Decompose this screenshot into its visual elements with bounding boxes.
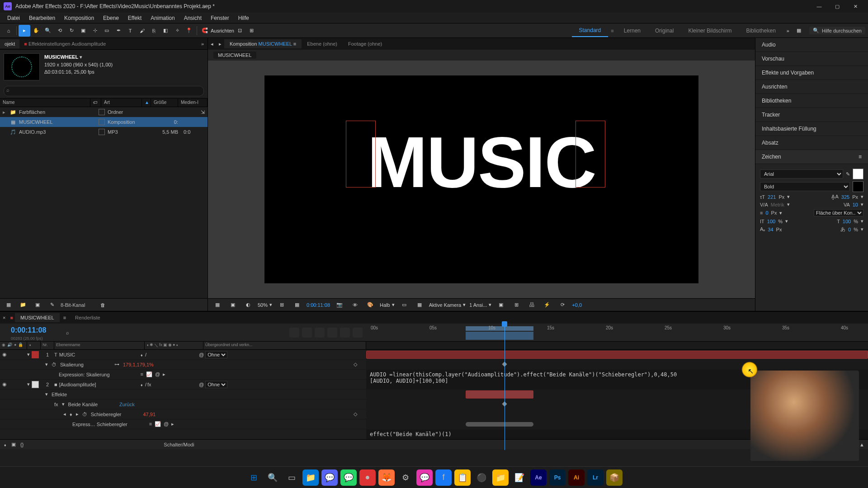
layer-music[interactable]: ◉ ▾ 1 TMUSIC ⬧/ @ Ohne — [0, 350, 366, 360]
clone-tool[interactable]: ⎘ — [148, 25, 160, 37]
menu-fenster[interactable]: Fenster — [206, 14, 234, 23]
lock-col-icon[interactable]: 🔒 — [18, 343, 23, 348]
layer-audioamplitude[interactable]: ◉ ▾ 2 ■[Audioamplitude] ⬧/fx @ Ohne — [0, 380, 366, 389]
col-type[interactable]: Art — [101, 99, 142, 107]
adjust-icon[interactable]: ✎ — [46, 299, 58, 311]
stroke-mode-dropdown[interactable]: Fläche über Kon... — [814, 209, 863, 216]
workspace-overflow[interactable]: » — [783, 28, 793, 33]
selection-tool[interactable]: ▸ — [19, 25, 30, 37]
camera-tool[interactable]: ▣ — [77, 25, 89, 37]
tl-close-icon[interactable]: × — [0, 315, 8, 320]
start-icon[interactable]: ⊞ — [245, 469, 262, 486]
timeline-timecode[interactable]: 0:00:11:08 — [5, 324, 52, 336]
snap-label[interactable]: Ausrichten — [211, 28, 234, 33]
new-folder-icon[interactable]: 📁 — [17, 299, 29, 311]
panel-ausrichten[interactable]: Ausrichten — [755, 80, 868, 94]
panel-absatz[interactable]: Absatz — [755, 136, 868, 150]
asset-folder[interactable]: ▸📁 Farbflächen Ordner ⇲ — [0, 107, 208, 117]
pickwhip-icon[interactable]: @ — [199, 382, 204, 387]
panel-inhalt[interactable]: Inhaltsbasierte Füllung — [755, 122, 868, 136]
close-button[interactable]: ✕ — [846, 0, 864, 13]
tl-btn1[interactable] — [289, 328, 299, 338]
col-label[interactable]: 🏷 — [90, 99, 101, 107]
menu-ebene[interactable]: Ebene — [99, 14, 123, 23]
keyframe-nav-icon[interactable]: ◇ — [354, 361, 357, 367]
constrain-icon[interactable]: ⊶ — [114, 361, 119, 367]
ai-icon[interactable]: Ai — [568, 469, 585, 486]
panel-vorschau[interactable]: Vorschau — [755, 52, 868, 66]
tsume[interactable]: 0 — [848, 227, 851, 232]
stroke-width[interactable]: 0 — [765, 210, 768, 216]
workspace-standard[interactable]: Standard — [572, 24, 609, 37]
obs-icon[interactable]: ⚫ — [473, 469, 490, 486]
shape-tool[interactable]: ▭ — [101, 25, 113, 37]
hand-tool[interactable]: ✋ — [30, 25, 42, 37]
expr-menu-icon[interactable]: ▸ — [171, 421, 174, 427]
stopwatch-icon[interactable]: ⏱ — [52, 362, 57, 367]
eyedropper-icon[interactable]: ✎ — [846, 171, 850, 177]
hscale[interactable]: 100 — [843, 219, 851, 224]
tl-btn6[interactable] — [353, 328, 363, 338]
expr-menu-icon[interactable]: ▸ — [163, 371, 165, 377]
playhead[interactable] — [505, 324, 505, 450]
leading[interactable]: 325 — [841, 194, 849, 200]
guides-icon[interactable]: ▦ — [291, 299, 303, 311]
messenger-icon[interactable]: 💬 — [416, 469, 433, 486]
font-family-dropdown[interactable]: Arial — [760, 169, 843, 178]
menu-hilfe[interactable]: Hilfe — [234, 14, 254, 23]
expr-graph-icon[interactable]: 📈 — [155, 421, 161, 427]
workspace-original[interactable]: Original — [648, 25, 681, 37]
zuruck-link[interactable]: Zurück — [119, 402, 135, 407]
eraser-tool[interactable]: ◧ — [160, 25, 171, 37]
expr-pickwhip-icon[interactable]: @ — [155, 371, 160, 377]
trash-icon[interactable]: 🗑 — [97, 299, 108, 311]
minimize-button[interactable]: — — [810, 0, 828, 13]
comp-nav-icon[interactable]: ◂ — [208, 41, 216, 47]
tl-btn3[interactable] — [315, 328, 325, 338]
camera-dropdown[interactable]: Aktive Kamera ▾ — [429, 302, 466, 308]
timeline-tab[interactable]: MUSICWHEEL — [15, 313, 60, 322]
exposure-value[interactable]: +0,0 — [572, 302, 582, 308]
grid-icon[interactable]: ⊞ — [276, 299, 288, 311]
text-handle-right[interactable] — [576, 121, 605, 188]
workspace-reset-icon[interactable]: ▦ — [793, 25, 805, 37]
expr-graph-icon[interactable]: 📈 — [146, 371, 152, 377]
transparency-icon[interactable]: ▦ — [414, 299, 425, 311]
tab-komposition[interactable]: Komposition MUSICWHEEL ≡ — [224, 39, 302, 48]
orbit-tool[interactable]: ⟲ — [54, 25, 66, 37]
tl-btn2[interactable] — [302, 328, 312, 338]
workspace-klein[interactable]: Kleiner Bildschirm — [681, 25, 739, 37]
eye-icon[interactable]: ◉ — [2, 381, 7, 387]
text-handle-left[interactable] — [346, 121, 376, 188]
explorer-icon[interactable]: 📁 — [302, 469, 319, 486]
maximize-button[interactable]: ▢ — [828, 0, 846, 13]
shy-col-icon[interactable]: ⬧ — [29, 343, 31, 347]
app-icon-2[interactable]: ⚙ — [397, 469, 414, 486]
tl-btn5[interactable] — [340, 328, 350, 338]
ae-icon[interactable]: Ae — [530, 469, 547, 486]
tab-project[interactable]: ojekt — [0, 39, 19, 48]
show-snapshot-icon[interactable]: 👁 — [349, 299, 361, 311]
channel-icon[interactable]: ▣ — [227, 299, 239, 311]
parent-dropdown-1[interactable]: Ohne — [205, 351, 227, 358]
panel-tracker[interactable]: Tracker — [755, 108, 868, 122]
menu-datei[interactable]: Datei — [3, 14, 24, 23]
pen-tool[interactable]: ✒ — [113, 25, 124, 37]
panel-effekte[interactable]: Effekte und Vorgaben — [755, 66, 868, 80]
eye-icon[interactable]: ◉ — [2, 352, 7, 357]
kerning[interactable]: Metrik — [771, 202, 784, 207]
stopwatch-icon[interactable]: ⏱ — [82, 412, 87, 417]
font-weight-dropdown[interactable]: Bold — [760, 182, 850, 191]
menu-animation[interactable]: Animation — [146, 14, 179, 23]
parent-dropdown-2[interactable]: Ohne — [205, 381, 227, 388]
taskview-icon[interactable]: ▭ — [283, 469, 300, 486]
lr-icon[interactable]: Lr — [587, 469, 604, 486]
tab-ebene[interactable]: Ebene (ohne) — [302, 39, 343, 48]
tl-footer-icon2[interactable]: ▣ — [11, 441, 16, 447]
project-search-input[interactable] — [4, 86, 204, 96]
puppet-tool[interactable]: 📍 — [183, 25, 195, 37]
panel-zeichen[interactable]: Zeichen≡ — [755, 150, 868, 164]
track-music[interactable] — [366, 351, 868, 359]
resolution-dropdown[interactable]: Halb ▾ — [380, 302, 395, 308]
tracking[interactable]: 10 — [853, 202, 858, 207]
